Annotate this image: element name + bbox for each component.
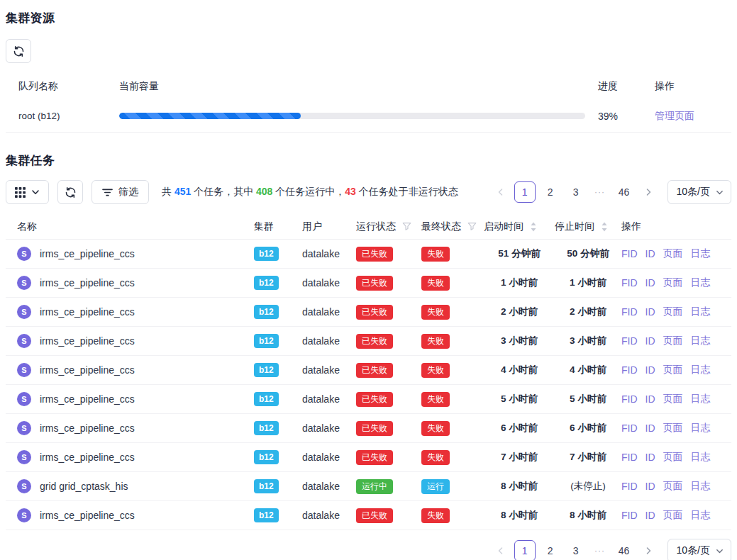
table-row: S grid grid_cptask_his b12 datalake 运行中 … bbox=[6, 472, 731, 501]
pagination-ellipsis[interactable]: ··· bbox=[591, 187, 609, 197]
id-link[interactable]: ID bbox=[645, 335, 655, 347]
fid-link[interactable]: FID bbox=[621, 248, 638, 259]
avatar: S bbox=[17, 508, 31, 522]
final-status-badge: 失败 bbox=[421, 305, 450, 320]
stop-time-header-label: 停止时间 bbox=[555, 220, 594, 233]
cluster-badge: b12 bbox=[254, 450, 279, 464]
prev-page-button[interactable] bbox=[492, 540, 510, 560]
page-button-3[interactable]: 3 bbox=[565, 181, 587, 203]
funnel-filter-icon[interactable] bbox=[402, 222, 411, 231]
summary-text: 个任务，其中 bbox=[191, 186, 256, 197]
run-status-header: 运行状态 bbox=[356, 220, 421, 233]
page-link[interactable]: 页面 bbox=[663, 276, 683, 289]
page-link[interactable]: 页面 bbox=[663, 306, 683, 318]
page-link[interactable]: 页面 bbox=[663, 364, 683, 376]
page-button-3[interactable]: 3 bbox=[565, 540, 587, 560]
log-link[interactable]: 日志 bbox=[691, 364, 711, 376]
page-size-label: 10条/页 bbox=[677, 544, 710, 557]
stop-time: (未停止) bbox=[555, 480, 621, 493]
page-button-46[interactable]: 46 bbox=[614, 181, 635, 203]
id-link[interactable]: ID bbox=[645, 510, 655, 521]
log-link[interactable]: 日志 bbox=[691, 335, 711, 347]
fid-link[interactable]: FID bbox=[621, 422, 638, 434]
fid-link[interactable]: FID bbox=[621, 364, 638, 376]
page-button-2[interactable]: 2 bbox=[540, 540, 561, 560]
next-page-button[interactable] bbox=[639, 540, 658, 560]
page-button-1[interactable]: 1 bbox=[514, 540, 536, 560]
pagination-ellipsis[interactable]: ··· bbox=[591, 546, 609, 556]
page-size-select[interactable]: 10条/页 bbox=[667, 539, 731, 560]
page-link[interactable]: 页面 bbox=[663, 247, 683, 260]
id-link[interactable]: ID bbox=[645, 393, 655, 405]
final-status-badge: 失败 bbox=[421, 450, 450, 465]
stop-time: 4 小时前 bbox=[555, 364, 621, 376]
page-link[interactable]: 页面 bbox=[663, 422, 683, 435]
id-link[interactable]: ID bbox=[645, 481, 655, 492]
avatar: S bbox=[17, 421, 31, 435]
fid-link[interactable]: FID bbox=[621, 510, 638, 521]
page-link[interactable]: 页面 bbox=[663, 335, 683, 347]
filter-button[interactable]: 筛选 bbox=[92, 180, 149, 204]
log-link[interactable]: 日志 bbox=[691, 247, 711, 260]
manage-page-link[interactable]: 管理页面 bbox=[655, 110, 724, 123]
page-button-1[interactable]: 1 bbox=[514, 181, 536, 203]
log-link[interactable]: 日志 bbox=[691, 422, 711, 435]
task-name: irms_ce_pipeline_ccs bbox=[40, 393, 135, 405]
log-link[interactable]: 日志 bbox=[691, 509, 711, 522]
sort-icon[interactable] bbox=[601, 222, 608, 232]
id-link[interactable]: ID bbox=[645, 277, 655, 289]
avatar: S bbox=[17, 276, 31, 290]
task-name: irms_ce_pipeline_ccs bbox=[40, 452, 135, 463]
page-button-46[interactable]: 46 bbox=[614, 540, 635, 560]
page-link[interactable]: 页面 bbox=[663, 480, 683, 493]
log-link[interactable]: 日志 bbox=[691, 306, 711, 318]
id-link[interactable]: ID bbox=[645, 248, 655, 259]
page-size-select[interactable]: 10条/页 bbox=[667, 180, 731, 204]
tasks-toolbar: 筛选 共 451 个任务，其中 408 个任务运行中，43 个任务处于非运行状态… bbox=[6, 180, 731, 204]
page-link[interactable]: 页面 bbox=[663, 509, 683, 522]
next-page-button[interactable] bbox=[639, 181, 658, 203]
table-row: S irms_ce_pipeline_ccs b12 datalake 已失败 … bbox=[6, 414, 731, 443]
page-link[interactable]: 页面 bbox=[663, 393, 683, 405]
resources-refresh-button[interactable] bbox=[6, 39, 31, 63]
tasks-summary: 共 451 个任务，其中 408 个任务运行中，43 个任务处于非运行状态 bbox=[162, 186, 458, 198]
user-name: datalake bbox=[302, 510, 356, 521]
id-link[interactable]: ID bbox=[645, 422, 655, 434]
log-link[interactable]: 日志 bbox=[691, 276, 711, 289]
fid-link[interactable]: FID bbox=[621, 277, 638, 289]
start-time: 2 小时前 bbox=[484, 306, 555, 318]
id-link[interactable]: ID bbox=[645, 306, 655, 318]
avatar: S bbox=[17, 305, 31, 319]
id-link[interactable]: ID bbox=[645, 452, 655, 463]
fid-link[interactable]: FID bbox=[621, 481, 638, 492]
fid-link[interactable]: FID bbox=[621, 306, 638, 318]
final-status-badge: 运行 bbox=[421, 479, 450, 494]
stop-time: 5 小时前 bbox=[555, 393, 621, 405]
fid-link[interactable]: FID bbox=[621, 452, 638, 463]
log-link[interactable]: 日志 bbox=[691, 393, 711, 405]
pagination-top: 1 2 3 ··· 46 10条/页 bbox=[492, 180, 731, 204]
sort-icon[interactable] bbox=[530, 222, 537, 232]
avatar: S bbox=[17, 247, 31, 261]
fid-link[interactable]: FID bbox=[621, 335, 638, 347]
page-button-2[interactable]: 2 bbox=[540, 181, 561, 203]
table-row: S irms_ce_pipeline_ccs b12 datalake 已失败 … bbox=[6, 443, 731, 472]
tasks-refresh-button[interactable] bbox=[57, 180, 83, 204]
summary-text: 个任务运行中， bbox=[272, 186, 345, 197]
progress-header: 进度 bbox=[598, 80, 642, 93]
page-link[interactable]: 页面 bbox=[663, 451, 683, 464]
prev-page-button[interactable] bbox=[492, 181, 510, 203]
final-status-badge: 失败 bbox=[421, 421, 450, 436]
final-status-badge: 失败 bbox=[421, 276, 450, 291]
fid-link[interactable]: FID bbox=[621, 393, 638, 405]
table-row: S irms_ce_pipeline_ccs b12 datalake 已失败 … bbox=[6, 269, 731, 298]
log-link[interactable]: 日志 bbox=[691, 480, 711, 493]
user-name: datalake bbox=[302, 393, 356, 405]
id-link[interactable]: ID bbox=[645, 364, 655, 376]
funnel-filter-icon[interactable] bbox=[467, 222, 477, 231]
tasks-action-header: 操作 bbox=[621, 220, 731, 233]
tasks-table-header: 名称 集群 用户 运行状态 最终状态 启动时间 停止时间 bbox=[6, 214, 731, 240]
column-settings-button[interactable] bbox=[6, 180, 49, 204]
log-link[interactable]: 日志 bbox=[691, 451, 711, 464]
cluster-badge: b12 bbox=[254, 305, 279, 319]
